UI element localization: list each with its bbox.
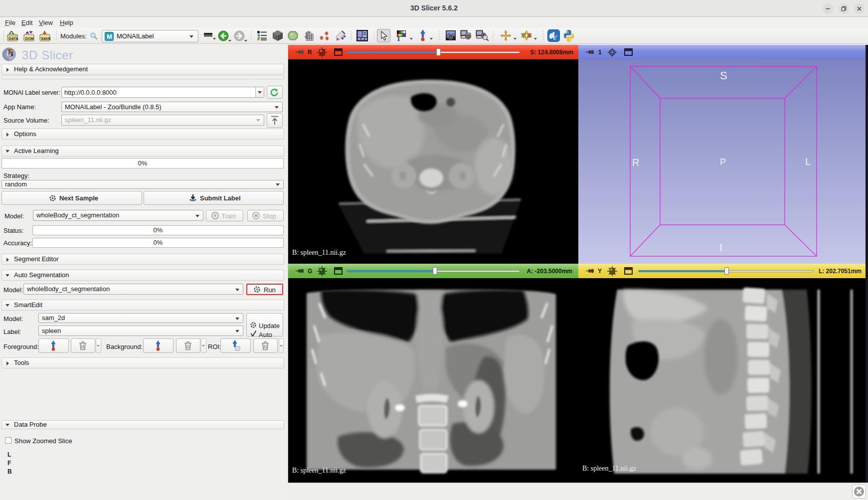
svg-text:R: R [632, 157, 639, 168]
svg-text:B: spleen_11.nii.gz: B: spleen_11.nii.gz [582, 465, 636, 472]
svg-text:S: S [720, 69, 727, 82]
svg-text:DCM: DCM [25, 36, 34, 41]
svg-text:M: M [107, 33, 112, 40]
svg-text:DATA: DATA [8, 36, 18, 41]
svg-text:P: P [720, 157, 726, 167]
svg-text:B: spleen_11.nii.gz: B: spleen_11.nii.gz [292, 249, 346, 256]
svg-text:L: L [805, 156, 811, 167]
svg-text:I: I [719, 241, 722, 254]
svg-text:SAVE: SAVE [41, 36, 51, 41]
svg-text:B: spleen_11.nii.gz: B: spleen_11.nii.gz [292, 467, 346, 474]
